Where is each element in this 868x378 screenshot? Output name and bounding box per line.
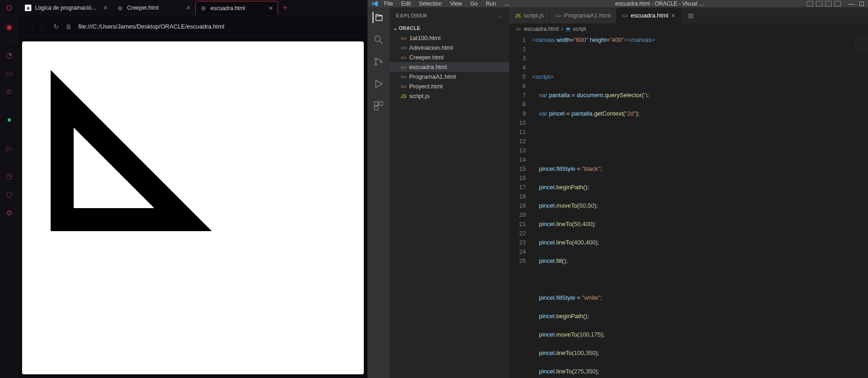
file-item[interactable]: <>Adivinacion.html — [390, 43, 509, 52]
editor-tabs: JSscript.js<>ProgramaA1.html<>escuadra.h… — [509, 7, 868, 23]
breadcrumb-file: escuadra.html — [524, 26, 559, 32]
discord-icon[interactable]: ◉ — [5, 22, 14, 31]
close-icon[interactable]: ✕ — [103, 5, 108, 11]
chevron-right-icon: › — [561, 26, 563, 32]
menu-run[interactable]: Run — [483, 0, 499, 7]
tab-title: Lógica de programación: P — [35, 5, 99, 11]
editor-tab[interactable]: <>escuadra.html✕ — [617, 7, 682, 23]
menu-edit[interactable]: Edit — [398, 0, 414, 7]
debug-icon[interactable] — [373, 78, 384, 89]
settings-icon[interactable]: ⚙ — [5, 208, 14, 217]
code-pane[interactable]: 1234567891011121314151617181920212223242… — [509, 35, 868, 378]
globe-icon: ◎ — [200, 5, 207, 12]
titlebar: File Edit Selection View Go Run … escuad… — [367, 0, 868, 7]
file-icon: 🗎 — [65, 23, 72, 30]
package-icon[interactable]: ⬡ — [5, 190, 14, 199]
svg-rect-6 — [374, 106, 378, 110]
window-title: escuadra.html - ORACLE - Visual … — [515, 0, 804, 7]
new-tab-button[interactable]: + — [278, 3, 292, 13]
explorer-sidebar: EXPLORER … ORACLE <>1at100.html<>Adivina… — [390, 7, 509, 378]
more-icon[interactable]: … — [497, 13, 503, 18]
window-controls: — ☐ — [848, 0, 864, 7]
history-icon[interactable]: ◷ — [5, 171, 14, 180]
minimap[interactable] — [854, 35, 868, 81]
editor-tab[interactable]: <>ProgramaA1.html — [550, 7, 617, 23]
svg-rect-4 — [374, 102, 378, 105]
vscode-window: File Edit Selection View Go Run … escuad… — [367, 0, 868, 378]
explorer-header: EXPLORER … — [390, 7, 509, 23]
back-icon[interactable]: 〈 — [28, 23, 34, 31]
play-icon[interactable]: ▷ — [5, 143, 14, 152]
globe-icon: ◎ — [117, 5, 123, 11]
opera-logo-icon[interactable]: O — [5, 4, 14, 13]
separator — [6, 41, 12, 41]
separator — [6, 134, 12, 134]
svg-point-1 — [375, 58, 377, 60]
editor-area: JSscript.js<>ProgramaA1.html<>escuadra.h… — [509, 7, 868, 378]
editor-tab[interactable]: JSscript.js — [509, 7, 550, 23]
source-control-icon[interactable] — [373, 56, 384, 67]
twitch-icon[interactable]: ⎚ — [5, 87, 14, 96]
code-content[interactable]: <canvas width="600" height="400"></canva… — [532, 35, 868, 378]
page-content — [22, 41, 364, 374]
maximize-icon[interactable]: ☐ — [859, 0, 864, 7]
tab-bar: a Lógica de programación: P ✕ ◎ Creeper.… — [18, 0, 367, 16]
opera-main: a Lógica de programación: P ✕ ◎ Creeper.… — [18, 0, 367, 378]
speed-dial-icon[interactable]: ◔ — [5, 50, 14, 59]
layout-icons[interactable] — [807, 1, 841, 6]
explorer-icon[interactable] — [373, 12, 384, 23]
menu-more[interactable]: … — [501, 0, 513, 7]
symbol-icon: ⬒ — [566, 27, 570, 32]
file-item[interactable]: <>escuadra.html — [390, 62, 509, 72]
breadcrumb-symbol: script — [573, 26, 586, 32]
favicon-icon: a — [25, 5, 31, 11]
tab-title: escuadra.html — [210, 5, 265, 12]
close-icon[interactable]: ✕ — [186, 5, 191, 11]
vscode-logo-icon — [371, 0, 379, 7]
url-field[interactable]: file:///C:/Users/James/Desktop/ORACLE/es… — [78, 23, 358, 30]
svg-point-2 — [375, 64, 377, 65]
vscode-body: EXPLORER … ORACLE <>1at100.html<>Adivina… — [367, 7, 868, 378]
split-editor-icon[interactable]: ▥ — [684, 12, 697, 19]
workspace-icon[interactable]: ▭ — [5, 69, 14, 78]
close-icon[interactable]: ✕ — [268, 5, 273, 12]
file-icon: <> — [516, 27, 521, 32]
search-icon[interactable] — [373, 34, 384, 45]
canvas-output — [28, 47, 304, 231]
menu-go[interactable]: Go — [467, 0, 480, 7]
reload-icon[interactable]: ↻ — [53, 23, 59, 30]
file-list: <>1at100.html<>Adivinacion.html<>Creeper… — [390, 33, 509, 101]
svg-point-0 — [375, 36, 380, 41]
file-item[interactable]: JSscript.js — [390, 91, 509, 101]
opera-sidebar: O ◉ ◔ ▭ ⎚ ● ▷ ◷ ⬡ ⚙ — [0, 0, 18, 378]
extensions-icon[interactable] — [373, 100, 384, 111]
explorer-label: EXPLORER — [396, 13, 427, 18]
file-item[interactable]: <>Creeper.html — [390, 52, 509, 62]
browser-tab[interactable]: ◎ Creeper.html ✕ — [112, 1, 195, 15]
folder-header[interactable]: ORACLE — [390, 23, 509, 33]
separator — [6, 162, 12, 162]
browser-tab[interactable]: a Lógica de programación: P ✕ — [20, 1, 112, 15]
tab-title: Creeper.html — [127, 5, 182, 11]
menu-file[interactable]: File — [381, 0, 396, 7]
breadcrumb[interactable]: <> escuadra.html › ⬒ script — [509, 23, 868, 35]
svg-rect-5 — [379, 102, 383, 105]
activity-bar — [367, 7, 390, 378]
file-item[interactable]: <>ProgramaA1.html — [390, 72, 509, 81]
menu-view[interactable]: View — [447, 0, 465, 7]
separator — [6, 105, 12, 106]
address-bar: 〈 〉 ↻ 🗎 file:///C:/Users/James/Desktop/O… — [22, 17, 364, 36]
menu-selection[interactable]: Selection — [416, 0, 444, 7]
file-item[interactable]: <>Proyect.html — [390, 81, 509, 91]
file-item[interactable]: <>1at100.html — [390, 33, 509, 43]
browser-tab-active[interactable]: ◎ escuadra.html ✕ — [195, 1, 278, 15]
minimize-icon[interactable]: — — [848, 0, 854, 7]
line-numbers: 1234567891011121314151617181920212223242… — [509, 35, 532, 378]
forward-icon[interactable]: 〉 — [41, 23, 47, 31]
opera-browser: O ◉ ◔ ▭ ⎚ ● ▷ ◷ ⬡ ⚙ a Lógica de programa… — [0, 0, 367, 378]
whatsapp-icon[interactable]: ● — [5, 115, 14, 124]
